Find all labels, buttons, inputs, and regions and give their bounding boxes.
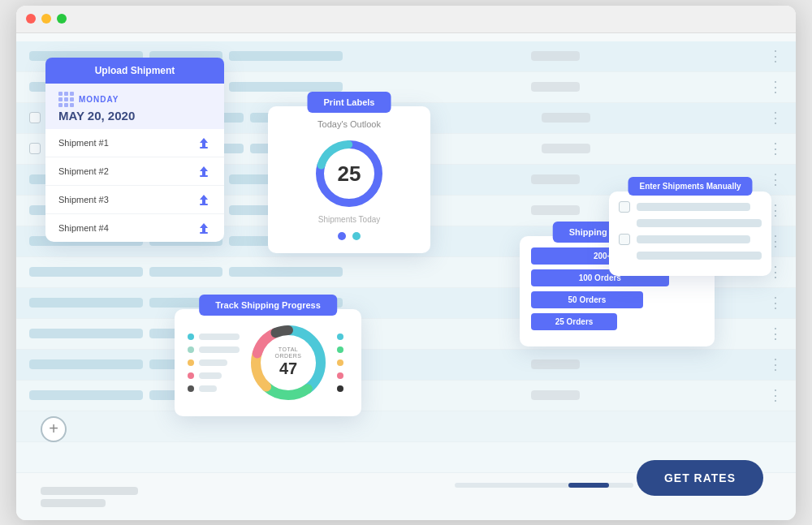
track-dot [188, 346, 194, 353]
scrollbar-thumb[interactable] [568, 483, 609, 488]
enter-shipments-button[interactable]: Enter Shipments Manually [628, 177, 752, 196]
maximize-dot[interactable] [57, 14, 67, 24]
outlook-dot-cyan [352, 232, 361, 240]
date-label: MONDAY [58, 92, 211, 107]
track-dot [188, 385, 194, 392]
rate-bar-4[interactable]: 25 Orders [531, 313, 617, 330]
shipment-label: Shipment #3 [58, 195, 109, 204]
manual-checkbox[interactable] [619, 201, 630, 213]
outlook-legend [281, 232, 417, 240]
upload-icon [197, 221, 211, 235]
print-labels-button[interactable]: Print Labels [308, 92, 391, 113]
upload-icon [197, 192, 211, 207]
list-item[interactable]: Shipment #2 [45, 157, 224, 186]
svg-rect-1 [200, 147, 208, 148]
get-rates-button[interactable]: GET RATES [637, 460, 763, 496]
total-orders-label: TOTAL ORDERS [268, 346, 309, 360]
track-dot [188, 372, 194, 379]
track-shipping-button[interactable]: Track Shipping Progress [199, 295, 337, 316]
list-item[interactable]: Shipment #1 [45, 129, 224, 157]
shipment-label: Shipment #2 [58, 166, 109, 176]
svg-rect-5 [200, 204, 208, 205]
svg-marker-2 [200, 166, 208, 176]
upload-icon [197, 164, 211, 179]
track-right-legend [337, 334, 343, 392]
add-button[interactable]: + [41, 416, 67, 442]
svg-marker-0 [200, 138, 208, 148]
track-right-dot [337, 334, 343, 340]
manual-field [637, 235, 750, 243]
list-item[interactable]: Shipment #4 [45, 214, 224, 242]
manual-field [637, 203, 750, 211]
track-right-dot [337, 359, 343, 366]
outlook-dot-blue [338, 232, 346, 240]
manual-field [637, 252, 762, 260]
enter-shipments-card: Enter Shipments Manually [609, 191, 771, 276]
upload-date: MAY 20, 2020 [58, 109, 211, 123]
svg-marker-4 [200, 195, 208, 204]
app-content: ⋮ ⋮ ⋮ ⋮ ⋮ ⋮ ⋮ ⋮ ⋮ ⋮ ⋮ ⋮ Upload Shipment [16, 33, 796, 520]
close-dot[interactable] [26, 14, 36, 24]
upload-shipment-label: Upload Shipment [95, 65, 175, 76]
outlook-number: 25 [338, 161, 361, 186]
svg-rect-3 [200, 175, 208, 177]
track-shipping-card: Track Shipping Progress [175, 309, 361, 416]
upload-icon [197, 136, 211, 150]
scrollbar-track [455, 483, 633, 488]
minimize-dot[interactable] [41, 14, 51, 24]
footer-bars [41, 487, 138, 507]
manual-checkbox[interactable] [619, 234, 630, 245]
list-item[interactable]: Shipment #3 [45, 186, 224, 214]
svg-rect-7 [200, 232, 208, 234]
footer-bar [41, 499, 106, 507]
total-orders-value: 47 [268, 359, 309, 378]
browser-titlebar [16, 6, 796, 33]
upload-shipment-header[interactable]: Upload Shipment [45, 58, 224, 84]
track-dot [188, 334, 194, 340]
track-sidebar [188, 334, 240, 392]
outlook-sublabel: Shipments Today [281, 215, 417, 224]
track-right-dot [337, 385, 343, 392]
track-donut: TOTAL ORDERS 47 [248, 322, 329, 403]
track-right-dot [337, 346, 343, 353]
track-dot [188, 359, 194, 366]
todays-outlook-card: Print Labels Today's Outlook 25 Shipment… [268, 106, 430, 253]
shipment-label: Shipment #1 [58, 138, 109, 148]
shipment-label: Shipment #4 [58, 223, 109, 233]
outlook-title: Today's Outlook [281, 119, 417, 129]
rate-bar-3[interactable]: 50 Orders [531, 291, 643, 308]
footer-bar [41, 487, 138, 495]
upload-shipment-card: Upload Shipment MONDAY MAY 20, 2020 Ship… [45, 58, 224, 242]
outlook-donut: 25 [313, 137, 386, 210]
svg-marker-6 [200, 223, 208, 233]
track-right-dot [337, 372, 343, 379]
browser-window: ⋮ ⋮ ⋮ ⋮ ⋮ ⋮ ⋮ ⋮ ⋮ ⋮ ⋮ ⋮ Upload Shipment [16, 6, 796, 520]
manual-field [637, 219, 762, 227]
